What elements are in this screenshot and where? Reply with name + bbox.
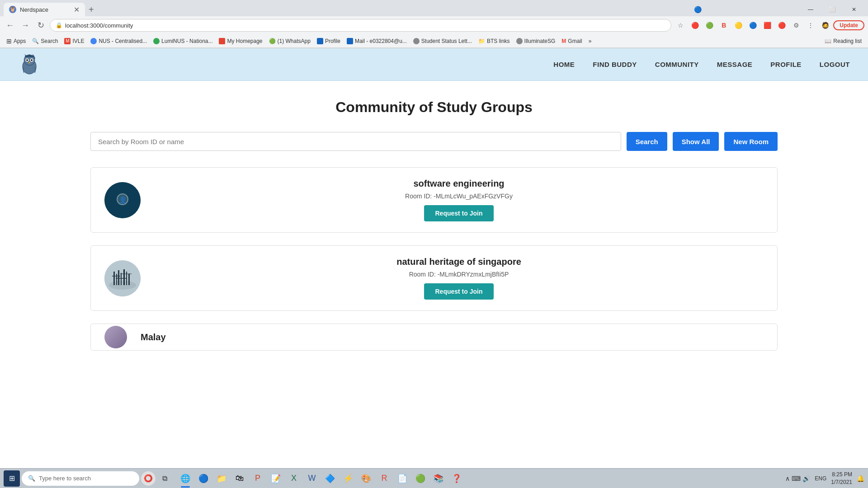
taskbar-language[interactable]: ENG <box>815 475 826 482</box>
star-icon[interactable]: ☆ <box>674 19 687 32</box>
taskbar-notepad-icon[interactable]: 📝 <box>268 470 284 487</box>
search-bar-row: Search Show All New Room <box>90 132 778 151</box>
page-content: Community of Study Groups Search Show Al… <box>0 81 868 381</box>
nav-home[interactable]: HOME <box>553 61 575 68</box>
extension-icon-2[interactable]: B <box>717 19 730 32</box>
room-avatar-3 <box>104 326 127 348</box>
bookmark-homepage[interactable]: My Homepage <box>216 36 265 47</box>
tray-up-arrow[interactable]: ∧ <box>785 475 790 482</box>
cortana-button[interactable]: ⭕ <box>141 471 156 486</box>
taskbar-edge2-icon[interactable]: 🔷 <box>322 470 338 487</box>
taskbar-notification-icon[interactable]: 🔔 <box>857 475 864 482</box>
taskbar-book-icon[interactable]: 📚 <box>430 470 447 487</box>
search-button[interactable]: Search <box>627 132 667 151</box>
extension-icon-4[interactable]: 🔵 <box>746 19 759 32</box>
svg-rect-20 <box>118 270 119 285</box>
update-button[interactable]: Update <box>833 20 864 30</box>
nav-message[interactable]: MESSAGE <box>717 61 753 68</box>
back-button[interactable]: ← <box>4 19 16 32</box>
tray-keyboard-icon[interactable]: ⌨ <box>792 475 801 482</box>
profile-icon[interactable]: 🧔 <box>819 19 831 32</box>
taskbar-chrome-icon[interactable]: 🌐 <box>177 470 193 487</box>
collection-icon[interactable]: 🔴 <box>689 19 701 32</box>
page-title: Community of Study Groups <box>90 99 778 116</box>
taskbar-date: 1/7/2021 <box>831 479 852 486</box>
bookmark-gmail[interactable]: M Gmail <box>559 36 585 47</box>
room-card-1: 👤 software engineering Room ID: -MLmLcWu… <box>90 167 778 233</box>
nav-find-buddy[interactable]: FIND BUDDY <box>593 61 637 68</box>
extension-icon-6[interactable]: 🔴 <box>775 19 788 32</box>
window-maximize-btn[interactable]: ⬜ <box>822 3 843 16</box>
extension-icon-5[interactable]: 🟥 <box>761 19 774 32</box>
bookmark-apps[interactable]: ⊞ Apps <box>4 36 28 47</box>
extension-icon-1[interactable]: 🟢 <box>703 19 716 32</box>
room-info-3: Malay <box>141 332 764 343</box>
taskbar-acrobat-icon[interactable]: 📄 <box>394 470 410 487</box>
taskbar-search-box[interactable]: 🔍 Type here to search <box>22 471 139 486</box>
join-button-1[interactable]: Request to Join <box>424 205 493 221</box>
svg-rect-22 <box>123 269 125 285</box>
forward-button[interactable]: → <box>19 19 32 32</box>
taskbar-store-icon[interactable]: 🛍 <box>231 470 248 487</box>
svg-rect-24 <box>128 274 130 285</box>
nav-community[interactable]: COMMUNITY <box>655 61 699 68</box>
reading-list-button[interactable]: 📖 Reading list <box>822 36 864 47</box>
nav-profile[interactable]: PROFILE <box>770 61 802 68</box>
show-all-button[interactable]: Show All <box>673 132 719 151</box>
room-avatar-icon-1: 👤 <box>104 182 141 218</box>
refresh-button[interactable]: ↻ <box>34 19 47 32</box>
new-room-button[interactable]: New Room <box>724 132 778 151</box>
room-name-2: natural heritage of singapore <box>396 257 521 267</box>
app-logo[interactable] <box>18 53 41 76</box>
new-tab-button[interactable]: + <box>85 5 98 15</box>
tray-speaker-icon[interactable]: 🔊 <box>802 475 810 482</box>
bookmark-profile[interactable]: Profile <box>314 36 343 47</box>
bookmark-mail[interactable]: Mail - e0322804@u... <box>344 36 410 47</box>
settings-icon[interactable]: ⚙ <box>790 19 802 32</box>
taskbar-help-icon[interactable]: ❓ <box>448 470 465 487</box>
svg-rect-19 <box>116 274 117 285</box>
join-button-2[interactable]: Request to Join <box>424 283 493 300</box>
browser-tab[interactable]: 🦉 Nerdspace ✕ <box>4 3 85 16</box>
minimize-icon[interactable]: 🔵 <box>687 3 708 16</box>
taskbar-green-icon[interactable]: 🟢 <box>412 470 429 487</box>
taskbar-clock[interactable]: 8:25 PM 1/7/2021 <box>831 471 852 486</box>
svg-rect-21 <box>121 273 122 285</box>
taskbar-excel-icon[interactable]: X <box>286 470 302 487</box>
tab-title: Nerdspace <box>20 6 48 13</box>
browser-menu-icon[interactable]: ⋮ <box>804 19 817 32</box>
bookmark-more[interactable]: » <box>586 36 594 47</box>
taskbar-rd-icon[interactable]: R <box>376 470 392 487</box>
bookmark-student-status[interactable]: Student Status Lett... <box>410 36 475 47</box>
start-button[interactable]: ⊞ <box>4 470 20 487</box>
taskbar-word-icon[interactable]: W <box>304 470 320 487</box>
nav-logout[interactable]: LOGOUT <box>820 61 850 68</box>
bookmark-luminus[interactable]: LumiNUS - Nationa... <box>151 36 215 47</box>
search-input[interactable] <box>90 132 621 151</box>
extension-icon-3[interactable]: 🟡 <box>732 19 745 32</box>
system-tray: ∧ ⌨ 🔊 <box>785 475 810 482</box>
bookmark-ivle[interactable]: M IVLE <box>61 36 87 47</box>
taskbar-right: ∧ ⌨ 🔊 ENG 8:25 PM 1/7/2021 🔔 <box>785 471 864 486</box>
taskbar-vs-icon[interactable]: ⚡ <box>340 470 356 487</box>
task-view-button[interactable]: ⧉ <box>157 471 172 486</box>
room-info-1: software engineering Room ID: -MLmLcWu_p… <box>154 178 764 221</box>
room-name-1: software engineering <box>413 178 504 189</box>
window-minimize-btn[interactable]: — <box>800 3 821 16</box>
bookmark-whatsapp[interactable]: 🟢 (1) WhatsApp <box>266 36 313 47</box>
taskbar-powerpoint-icon[interactable]: P <box>250 470 266 487</box>
taskbar-paint-icon[interactable]: 🎨 <box>358 470 374 487</box>
window-close-btn[interactable]: ✕ <box>844 3 864 16</box>
bookmark-search[interactable]: 🔍 Search <box>29 36 61 47</box>
taskbar: ⊞ 🔍 Type here to search ⭕ ⧉ 🌐 🔵 📁 🛍 P 📝 … <box>0 468 868 488</box>
bookmark-nus[interactable]: NUS - Centralised... <box>88 36 150 47</box>
bookmark-illuminate[interactable]: IlluminateSG <box>514 36 558 47</box>
bookmark-bts[interactable]: 📁 BTS links <box>476 36 513 47</box>
taskbar-search-icon: 🔍 <box>28 475 35 482</box>
taskbar-explorer-icon[interactable]: 📁 <box>213 470 230 487</box>
lock-icon: 🔒 <box>56 22 62 28</box>
tab-close-btn[interactable]: ✕ <box>74 5 80 14</box>
svg-point-17 <box>109 281 136 290</box>
taskbar-edge-icon[interactable]: 🔵 <box>195 470 212 487</box>
address-bar[interactable]: 🔒 localhost:3000/community <box>50 19 671 32</box>
